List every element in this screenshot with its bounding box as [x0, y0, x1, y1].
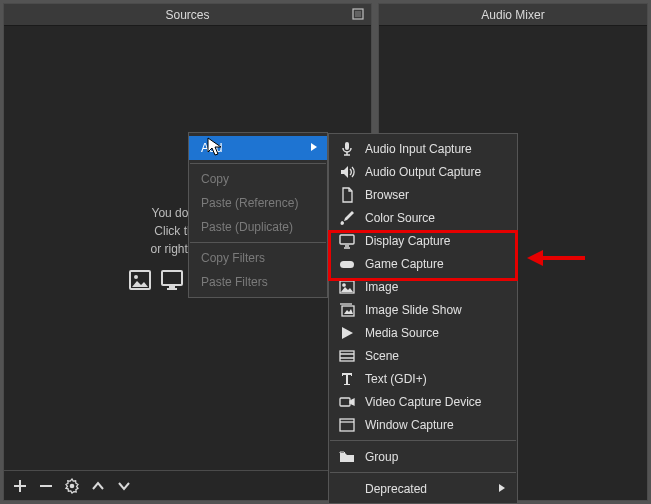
- mic-icon: [339, 141, 355, 157]
- image-icon: [339, 279, 355, 295]
- submenu-item-text-gdi[interactable]: Text (GDI+): [329, 367, 517, 390]
- submenu-item-label: Image Slide Show: [365, 303, 462, 317]
- menu-item-label: Paste (Reference): [201, 196, 298, 210]
- document-icon: [339, 187, 355, 203]
- submenu-item-media-source[interactable]: Media Source: [329, 321, 517, 344]
- submenu-separator: [330, 440, 516, 441]
- source-settings-button[interactable]: [64, 478, 80, 494]
- move-down-button[interactable]: [116, 478, 132, 494]
- brush-icon: [339, 210, 355, 226]
- svg-point-14: [343, 283, 345, 285]
- submenu-item-audio-input[interactable]: Audio Input Capture: [329, 137, 517, 160]
- menu-item-paste-filters: Paste Filters: [189, 270, 327, 294]
- submenu-item-deprecated[interactable]: Deprecated: [329, 477, 517, 500]
- svg-point-9: [70, 483, 75, 488]
- slideshow-icon: [339, 302, 355, 318]
- move-up-button[interactable]: [90, 478, 106, 494]
- menu-item-copy: Copy: [189, 167, 327, 191]
- submenu-item-label: Text (GDI+): [365, 372, 427, 386]
- submenu-item-label: Image: [365, 280, 398, 294]
- submenu-item-label: Deprecated: [365, 482, 427, 496]
- video-icon: [339, 394, 355, 410]
- menu-item-label: Copy: [201, 172, 229, 186]
- svg-rect-12: [340, 261, 354, 268]
- sources-panel-header: Sources: [4, 4, 371, 26]
- submenu-separator: [330, 472, 516, 473]
- submenu-item-label: Color Source: [365, 211, 435, 225]
- menu-item-label: Add: [201, 141, 222, 155]
- submenu-item-video-capture[interactable]: Video Capture Device: [329, 390, 517, 413]
- audio-mixer-panel-title: Audio Mixer: [481, 8, 544, 22]
- svg-point-3: [134, 275, 138, 279]
- display-icon: [160, 268, 184, 292]
- submenu-item-scene[interactable]: Scene: [329, 344, 517, 367]
- add-source-button[interactable]: [12, 478, 28, 494]
- menu-item-label: Paste Filters: [201, 275, 268, 289]
- svg-rect-4: [162, 271, 182, 285]
- gamepad-icon: [339, 256, 355, 272]
- svg-rect-17: [340, 398, 350, 406]
- menu-item-paste-ref: Paste (Reference): [189, 191, 327, 215]
- submenu-item-label: Display Capture: [365, 234, 450, 248]
- svg-rect-10: [345, 142, 349, 150]
- svg-rect-6: [167, 288, 177, 290]
- sources-panel-footer: [4, 470, 371, 500]
- window-icon: [339, 417, 355, 433]
- submenu-item-audio-output[interactable]: Audio Output Capture: [329, 160, 517, 183]
- scene-icon: [339, 348, 355, 364]
- folder-icon: [339, 449, 355, 465]
- speaker-icon: [339, 164, 355, 180]
- menu-item-label: Copy Filters: [201, 251, 265, 265]
- menu-item-copy-filters: Copy Filters: [189, 246, 327, 270]
- add-submenu: Audio Input Capture Audio Output Capture…: [328, 133, 518, 504]
- submenu-item-display-capture[interactable]: Display Capture: [329, 229, 517, 252]
- context-menu: Add Copy Paste (Reference) Paste (Duplic…: [188, 132, 328, 298]
- menu-item-paste-dup: Paste (Duplicate): [189, 215, 327, 239]
- svg-rect-18: [340, 419, 354, 431]
- svg-rect-5: [169, 286, 175, 288]
- submenu-item-window-capture[interactable]: Window Capture: [329, 413, 517, 436]
- svg-rect-11: [340, 235, 354, 244]
- submenu-item-image[interactable]: Image: [329, 275, 517, 298]
- submenu-item-label: Video Capture Device: [365, 395, 482, 409]
- audio-mixer-panel-header: Audio Mixer: [379, 4, 647, 26]
- svg-rect-16: [340, 351, 354, 361]
- submenu-item-label: Group: [365, 450, 398, 464]
- submenu-item-label: Media Source: [365, 326, 439, 340]
- menu-item-label: Paste (Duplicate): [201, 220, 293, 234]
- submenu-item-game-capture[interactable]: Game Capture: [329, 252, 517, 275]
- text-icon: [339, 371, 355, 387]
- sources-panel-title: Sources: [165, 8, 209, 22]
- display-icon: [339, 233, 355, 249]
- submenu-item-label: Audio Input Capture: [365, 142, 472, 156]
- undock-icon[interactable]: [351, 7, 365, 21]
- menu-separator: [190, 163, 326, 164]
- submenu-item-label: Window Capture: [365, 418, 454, 432]
- submenu-item-label: Audio Output Capture: [365, 165, 481, 179]
- submenu-item-image-slideshow[interactable]: Image Slide Show: [329, 298, 517, 321]
- submenu-item-color-source[interactable]: Color Source: [329, 206, 517, 229]
- submenu-item-browser[interactable]: Browser: [329, 183, 517, 206]
- menu-item-add[interactable]: Add: [189, 136, 327, 160]
- remove-source-button[interactable]: [38, 478, 54, 494]
- play-icon: [339, 325, 355, 341]
- svg-rect-1: [355, 11, 361, 17]
- submenu-item-label: Game Capture: [365, 257, 444, 271]
- menu-separator: [190, 242, 326, 243]
- submenu-arrow-icon: [309, 142, 319, 152]
- submenu-item-label: Scene: [365, 349, 399, 363]
- submenu-arrow-icon: [497, 483, 507, 493]
- image-icon: [128, 268, 152, 292]
- submenu-item-label: Browser: [365, 188, 409, 202]
- submenu-item-group[interactable]: Group: [329, 445, 517, 468]
